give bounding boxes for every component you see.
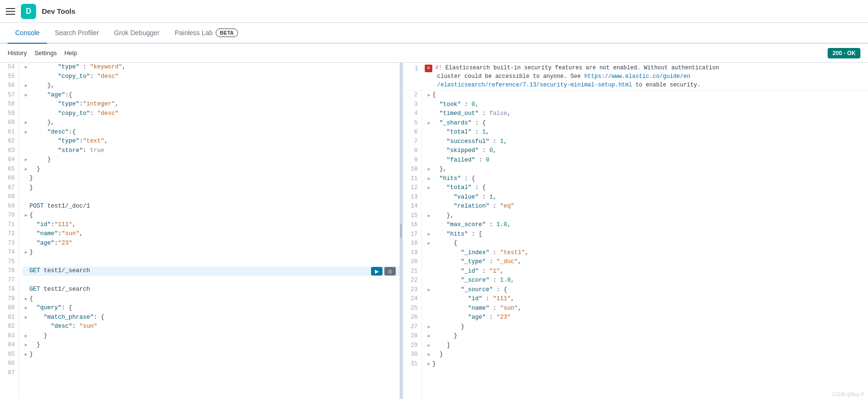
editor-line: GET test1/_search bbox=[23, 285, 400, 294]
output-line: "age" : "23" bbox=[426, 313, 868, 323]
editor-line: ▶ }, bbox=[23, 118, 400, 128]
output-line-text: "_type" : "_doc", bbox=[432, 257, 522, 266]
editor-line-number: 82 bbox=[0, 322, 15, 332]
editor-line-number: 85 bbox=[0, 350, 15, 360]
output-fold-indicator[interactable]: ▶ bbox=[426, 166, 432, 173]
output-fold-indicator[interactable]: ▶ bbox=[426, 240, 432, 247]
output-line-text: "_shards" : { bbox=[432, 119, 486, 128]
output-line-number: 17 bbox=[403, 230, 418, 239]
fold-indicator[interactable]: ▶ bbox=[23, 314, 29, 321]
output-line-text: { bbox=[432, 239, 458, 248]
app-title: Dev Tools bbox=[42, 7, 76, 15]
output-line-text: "_id" : "1", bbox=[432, 267, 504, 276]
settings-button[interactable]: Settings bbox=[34, 49, 57, 57]
code-line-text: } bbox=[29, 155, 400, 164]
output-line-number: 9 bbox=[403, 156, 418, 165]
fold-indicator[interactable]: ▶ bbox=[23, 351, 29, 358]
output-fold-indicator[interactable]: ▶ bbox=[426, 361, 432, 368]
output-fold-indicator[interactable]: ▶ bbox=[426, 212, 432, 219]
output-line-number: 15 bbox=[403, 211, 418, 221]
fold-indicator[interactable]: ▶ bbox=[23, 64, 29, 71]
editor-area[interactable]: 5455565758596061626364656667686970717273… bbox=[0, 63, 400, 399]
output-line-text: "successful" : 1, bbox=[432, 137, 507, 146]
output-line-number: 20 bbox=[403, 257, 418, 267]
output-line: "id" : "111", bbox=[426, 294, 868, 304]
fold-indicator[interactable]: ▶ bbox=[23, 304, 29, 312]
tab-console[interactable]: Console bbox=[8, 23, 47, 44]
output-line: ▶ { bbox=[426, 239, 868, 248]
output-line-text: } bbox=[432, 323, 465, 332]
code-line-text: GET test1/_search bbox=[29, 285, 400, 294]
fold-indicator[interactable]: ▶ bbox=[23, 82, 29, 89]
output-line: ▶} bbox=[426, 360, 868, 369]
output-fold-indicator[interactable]: ▶ bbox=[426, 92, 432, 99]
output-line: ▶ } bbox=[426, 350, 868, 360]
fold-indicator[interactable]: ▶ bbox=[23, 249, 29, 256]
output-line-text: "skipped" : 0, bbox=[432, 146, 496, 155]
output-fold-indicator[interactable]: ▶ bbox=[426, 120, 432, 127]
output-code-content: ▶{ "took" : 0, "timed_out" : false,▶ "_s… bbox=[422, 91, 868, 399]
editor-line-number: 64 bbox=[0, 155, 15, 165]
output-line-text: "_index" : "test1", bbox=[432, 248, 529, 257]
tab-search-profiler[interactable]: Search Profiler bbox=[47, 23, 106, 44]
editor-line-number: 73 bbox=[0, 239, 15, 248]
code-line-text: "desc":{ bbox=[29, 128, 400, 137]
output-fold-indicator[interactable]: ▶ bbox=[426, 332, 432, 340]
editor-code-content[interactable]: ▶ "type" : "keyword", "copy_to": "desc"▶… bbox=[19, 63, 400, 399]
editor-line-number: 65 bbox=[0, 165, 15, 174]
hamburger-menu[interactable] bbox=[6, 7, 15, 16]
editor-line-number: 54 bbox=[0, 63, 15, 72]
output-fold-indicator[interactable]: ▶ bbox=[426, 351, 432, 358]
output-line: "_type" : "_doc", bbox=[426, 257, 868, 267]
editor-line-number: 61 bbox=[0, 128, 15, 137]
editor-line: "age":"23" bbox=[23, 239, 400, 248]
output-line: ▶ } bbox=[426, 323, 868, 332]
fold-indicator[interactable]: ▶ bbox=[23, 332, 29, 340]
fold-indicator[interactable]: ▶ bbox=[23, 129, 29, 136]
nav-tabs: Console Search Profiler Grok Debugger Pa… bbox=[0, 23, 868, 44]
output-fold-indicator[interactable]: ▶ bbox=[426, 286, 432, 294]
output-fold-indicator[interactable]: ▶ bbox=[426, 342, 432, 349]
editor-line-number: 87 bbox=[0, 369, 15, 378]
output-area[interactable]: 2345678910111213141516171819202122232425… bbox=[403, 91, 868, 399]
output-line-text: "_source" : { bbox=[432, 285, 507, 294]
editor-line: ▶ } bbox=[23, 155, 400, 165]
output-fold-indicator[interactable]: ▶ bbox=[426, 175, 432, 182]
editor-line-number: 57 bbox=[0, 91, 15, 100]
output-line-text: "_score" : 1.0, bbox=[432, 276, 515, 285]
fold-indicator[interactable]: ▶ bbox=[23, 156, 29, 163]
output-line-number: 12 bbox=[403, 183, 418, 193]
output-line-number: 11 bbox=[403, 174, 418, 184]
code-line-text: }, bbox=[29, 81, 400, 90]
code-line-text: } bbox=[29, 174, 400, 183]
fold-indicator[interactable]: ▶ bbox=[23, 166, 29, 173]
output-fold-indicator[interactable]: ▶ bbox=[426, 231, 432, 238]
output-line-number: 28 bbox=[403, 332, 418, 341]
help-button[interactable]: Help bbox=[64, 49, 77, 57]
editor-line: ▶ } bbox=[23, 332, 400, 341]
fold-indicator[interactable]: ▶ bbox=[23, 92, 29, 99]
code-line-text: { bbox=[29, 211, 400, 220]
tab-grok-debugger[interactable]: Grok Debugger bbox=[106, 23, 167, 44]
output-line: "_id" : "1", bbox=[426, 267, 868, 276]
output-line-number: 29 bbox=[403, 341, 418, 351]
output-line-text: }, bbox=[432, 165, 447, 174]
fold-indicator[interactable]: ▶ bbox=[23, 119, 29, 126]
fold-indicator[interactable]: ▶ bbox=[23, 212, 29, 219]
output-line: "skipped" : 0, bbox=[426, 146, 868, 156]
editor-line: "type":"integer", bbox=[23, 100, 400, 109]
output-line-number: 25 bbox=[403, 304, 418, 314]
output-fold-indicator[interactable]: ▶ bbox=[426, 323, 432, 331]
fold-indicator[interactable]: ▶ bbox=[23, 295, 29, 303]
output-line: "max_score" : 1.0, bbox=[426, 220, 868, 230]
output-line-number: 24 bbox=[403, 294, 418, 304]
warning-close-button[interactable]: × bbox=[425, 65, 432, 72]
history-button[interactable]: History bbox=[8, 49, 27, 57]
editor-line: ▶ } bbox=[23, 341, 400, 350]
tab-painless-lab[interactable]: Painless Lab BETA bbox=[167, 23, 246, 44]
copy-button[interactable]: ⎙ bbox=[384, 267, 396, 276]
fold-indicator[interactable]: ▶ bbox=[23, 342, 29, 349]
run-button[interactable]: ▶ bbox=[371, 267, 382, 276]
output-fold-indicator[interactable]: ▶ bbox=[426, 184, 432, 191]
app-logo: D bbox=[21, 4, 36, 19]
